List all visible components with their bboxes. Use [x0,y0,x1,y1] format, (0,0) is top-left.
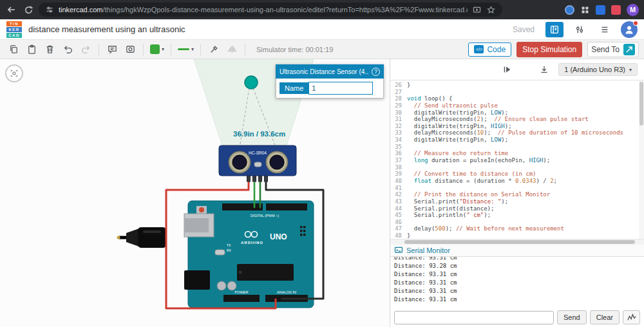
wire-swatch [178,48,189,50]
browser-bar: tinkercad.com/things/hgkWzpQpols-distanc… [0,0,644,19]
code-line[interactable]: 32 digitalWrite(trigPin, HIGH); [390,123,644,130]
install-icon[interactable] [472,5,482,15]
serial-send-button[interactable]: Send [557,310,587,324]
serial-line: Distance: 93.31 cm [394,257,640,262]
send-to-label: Send To [591,45,620,54]
code-line[interactable]: 45 Serial.println(" cm"); [390,212,644,219]
sensor-label: HC-SR04 [249,151,267,155]
site-info-icon[interactable] [45,5,54,14]
code-line[interactable]: 36 // Measure echo return time [390,150,644,157]
tinkercad-logo[interactable]: TIN KER CAD [6,21,22,38]
code-line[interactable]: 28void loop() { [390,95,644,102]
mirror-icon[interactable] [223,42,240,57]
scrollbar-thumb[interactable] [639,82,643,126]
saved-status: Saved [513,25,535,34]
components-panel-toggle[interactable] [545,22,564,37]
extension-red-square-icon[interactable] [611,5,621,15]
power-plug[interactable] [117,227,167,248]
export-icon[interactable] [536,62,552,77]
digital-header-label: DIGITAL (PWM ~) [251,214,279,218]
serial-line: Distance: 93.31 cm [394,287,640,295]
serial-clear-button[interactable]: Clear [590,310,620,324]
extension-blue-square-icon[interactable] [596,5,605,15]
serial-output: Distance: 93.31 cmDistance: 93.28 cmDist… [390,257,644,308]
code-line[interactable]: 30 digitalWrite(trigPin, LOW); [390,109,644,117]
help-icon[interactable]: ? [372,68,380,76]
wire-brush-icon[interactable] [205,42,222,57]
delete-icon[interactable] [41,42,58,57]
graph-icon[interactable] [623,310,640,324]
scrollbar-thumb[interactable] [404,240,635,244]
paste-icon[interactable] [23,42,40,57]
code-icon: </> [474,45,484,53]
stop-simulation-button[interactable]: Stop Simulation [516,42,582,57]
code-line[interactable]: 46 [390,219,644,226]
arduino-board[interactable]: DIGITAL (PWM ~) TX RX ARDUINO UNO [184,201,314,308]
code-line[interactable]: 26} [390,82,644,89]
chevron-down-icon: ▾ [629,67,632,73]
code-line[interactable]: 31 delayMicroseconds(2); // Ensure clean… [390,116,644,123]
browser-profile-avatar[interactable]: M [627,4,639,16]
wire-type-dropdown[interactable]: ▾ [176,42,196,57]
code-line[interactable]: 43 Serial.print("Distance: "); [390,198,644,205]
code-line[interactable]: 40 float distance = (duration * 0.0343) … [390,178,644,185]
address-bar[interactable]: tinkercad.com/things/hgkWzpQpols-distanc… [39,3,502,17]
redo-icon[interactable] [77,42,94,57]
label-inspect-icon[interactable] [122,42,138,57]
code-vertical-scrollbar[interactable] [639,80,644,239]
undo-icon[interactable] [59,42,76,57]
serial-monitor-icon [394,246,403,255]
code-line[interactable]: 34 digitalWrite(trigPin, LOW); [390,136,644,144]
code-button[interactable]: </> Code [468,42,511,57]
code-line[interactable]: 27 [390,89,644,96]
code-line[interactable]: 42 // Print the distance on Serial Monit… [390,191,644,198]
tune-icon[interactable] [571,22,589,37]
debug-icon[interactable] [499,62,515,77]
component-name-input[interactable] [308,82,373,95]
code-line[interactable]: 39 // Convert time to distance (in cm) [390,171,644,178]
code-line[interactable]: 35 [390,144,644,151]
code-button-label: Code [487,45,506,54]
logo-row-tin: TIN [6,21,22,26]
distance-readout: 36.9in / 93.6cm [233,130,285,138]
serial-line: Distance: 93.31 cm [394,295,640,304]
target-ball[interactable] [245,76,258,89]
reload-icon[interactable] [22,3,35,16]
list-icon[interactable] [596,22,614,37]
extension-grid-icon[interactable] [580,5,590,15]
code-line[interactable]: 33 delayMicroseconds(10); // Pulse durat… [390,129,644,136]
serial-input-row: Send Clear [390,308,644,327]
code-line[interactable]: 48} [390,232,644,239]
popup-title: Ultrasonic Distance Sensor (4... [279,68,369,75]
send-to-button[interactable]: Send To [587,42,639,57]
code-panel: 1 (Arduino Uno R3) ▾ 26}2728void loop() … [390,59,644,327]
extension-blue-circle-icon[interactable] [565,5,574,15]
code-line[interactable]: 29 // Send ultrasonic pulse [390,102,644,109]
code-line[interactable]: 38 [390,164,644,171]
ultrasonic-sensor[interactable]: HC-SR04 [219,145,296,182]
analog-header-label: ANALOG IN [277,290,296,294]
serial-monitor-header[interactable]: Serial Monitor [390,245,644,257]
user-avatar[interactable] [621,21,638,38]
board-selector-dropdown[interactable]: 1 (Arduino Uno R3) ▾ [558,63,638,76]
code-editor[interactable]: 26}2728void loop() {29 // Send ultrasoni… [390,80,644,239]
code-line[interactable]: 44 Serial.print(distance); [390,205,644,212]
component-color-dropdown[interactable]: ▾ [148,42,166,57]
notes-icon[interactable] [104,42,120,57]
code-horizontal-scrollbar[interactable] [390,239,644,245]
code-line[interactable]: 41 [390,185,644,192]
serial-input[interactable] [394,311,554,324]
circuit-canvas[interactable]: DIGITAL (PWM ~) TX RX ARDUINO UNO [0,59,390,327]
url-text: tinkercad.com/things/hgkWzpQpols-distanc… [59,6,468,14]
bookmark-star-icon[interactable] [486,5,496,15]
zoom-to-fit-button[interactable] [5,64,23,82]
page-title[interactable]: distance measurement using an ultrasonic [28,24,185,34]
copy-icon[interactable] [5,42,22,57]
send-to-icon [623,44,635,55]
popup-body: Name [276,79,384,98]
power-header-label: POWER [235,290,249,294]
app-header: TIN KER CAD distance measurement using a… [0,19,644,40]
code-line[interactable]: 37 long duration = pulseIn(echoPin, HIGH… [390,157,644,164]
back-icon[interactable] [5,3,18,16]
code-line[interactable]: 47 delay(500); // Wait before next measu… [390,225,644,232]
